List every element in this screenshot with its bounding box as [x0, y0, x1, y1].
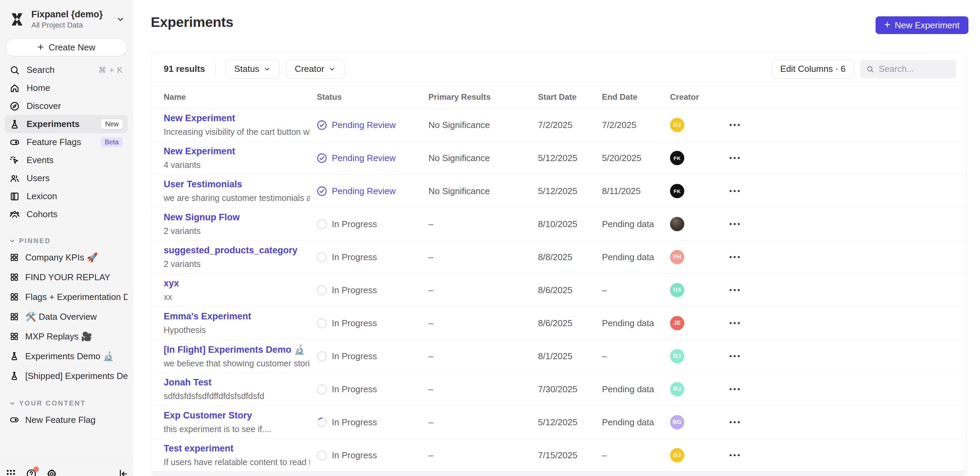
sidebar-item-new-feature-flag[interactable]: New Feature Flag: [0, 410, 132, 430]
sidebar-item-home[interactable]: Home: [5, 79, 127, 97]
fixpanel-logo-icon: [9, 11, 25, 27]
experiment-name-link[interactable]: New Signup Flow: [164, 212, 310, 223]
experiment-name-link[interactable]: New Experiment: [164, 146, 310, 157]
table-row[interactable]: xyxxxIn Progress–8/6/2025–OS: [151, 274, 966, 307]
kebab-dot: [738, 388, 740, 390]
experiment-name-link[interactable]: User Testimonials: [164, 179, 310, 190]
avatar[interactable]: FK: [670, 151, 684, 165]
sidebar-item-flags-experimentation-demo[interactable]: Flags + Experimentation Demo: [0, 287, 132, 307]
badge-new: New: [101, 119, 123, 129]
sidebar-item-label: [Shipped] Experiments Demo 🖊: [25, 371, 127, 381]
sidebar-item-find-your-replay[interactable]: FIND YOUR REPLAY: [0, 267, 132, 287]
avatar[interactable]: OS: [670, 283, 684, 297]
sidebar-item-events[interactable]: Events: [5, 151, 127, 169]
sidebar-item-company-kpis-[interactable]: Company KPIs 🚀: [0, 248, 132, 267]
search-input[interactable]: [878, 64, 950, 74]
kebab-dot: [738, 157, 740, 159]
avatar[interactable]: BG: [670, 415, 684, 430]
edit-columns-button[interactable]: Edit Columns · 6: [772, 59, 854, 79]
experiment-name-link[interactable]: [In Flight] Experiments Demo 🔬: [164, 344, 310, 355]
sidebar-item-cohorts[interactable]: Cohorts: [5, 205, 127, 224]
sidebar-item-experiments[interactable]: ExperimentsNew: [5, 115, 127, 133]
experiment-name-link[interactable]: Emma's Experiment: [164, 311, 310, 322]
avatar[interactable]: FK: [670, 184, 684, 198]
avatar[interactable]: RJ: [670, 349, 684, 363]
flask-icon: [10, 371, 19, 381]
avatar[interactable]: JE: [670, 316, 684, 330]
sidebar-item-users[interactable]: Users: [5, 169, 127, 187]
status-filter-button[interactable]: Status: [226, 59, 279, 79]
sidebar-item-discover[interactable]: Discover: [5, 97, 127, 115]
table-row[interactable]: Jonah TestsdfdsfdsfsdfdffdfdsfsdfdsfdIn …: [151, 373, 966, 406]
sidebar-item-mxp-replays-[interactable]: MXP Replays 🎥: [0, 326, 132, 346]
end-date: Pending data: [602, 384, 654, 395]
kebab-dot: [730, 289, 732, 291]
avatar[interactable]: DJ: [670, 448, 684, 462]
experiment-name-link[interactable]: xyx: [164, 278, 310, 289]
section-header-your-content[interactable]: YOUR CONTENT: [9, 399, 132, 407]
search-icon: [10, 65, 20, 75]
settings-button[interactable]: [46, 468, 57, 476]
sidebar-item-lexicon[interactable]: Lexicon: [5, 187, 127, 205]
table-row[interactable]: New Experiment4 variantsPending ReviewNo…: [151, 142, 966, 175]
row-menu-button[interactable]: [726, 418, 743, 426]
row-menu-button[interactable]: [726, 220, 743, 228]
help-button[interactable]: [26, 468, 37, 476]
experiment-name-link[interactable]: suggested_products_category: [164, 245, 310, 256]
avatar[interactable]: RJ: [670, 382, 684, 396]
row-menu-button[interactable]: [726, 385, 743, 394]
sidebar-item-feature-flags[interactable]: Feature FlagsBeta: [5, 133, 127, 151]
row-menu-button[interactable]: [726, 153, 743, 163]
discover-icon: [10, 101, 20, 111]
row-menu-button[interactable]: [726, 121, 743, 129]
kebab-dot: [738, 256, 740, 258]
experiment-name-link[interactable]: Exp Customer Story: [164, 410, 310, 421]
primary-results: No Significance: [428, 186, 490, 196]
primary-results: –: [428, 351, 433, 362]
row-menu-button[interactable]: [726, 252, 743, 262]
experiment-description: sdfdsfdsfsdfdffdfdsfsdfdsfd: [164, 391, 310, 401]
sidebar-item-label: Search: [27, 65, 92, 75]
sidebar-item-search[interactable]: Search⌘ + K: [5, 61, 127, 79]
column-header-primary-results[interactable]: Primary Results: [428, 92, 491, 102]
column-header-start-date[interactable]: Start Date: [538, 92, 576, 102]
table-row[interactable]: [In Flight] Experiments Demo 🔬we believe…: [151, 340, 966, 373]
experiment-name-link[interactable]: Test experiment: [164, 443, 310, 454]
column-header-name[interactable]: Name: [164, 92, 186, 102]
row-menu-button[interactable]: [726, 352, 743, 361]
apps-grid-button[interactable]: [5, 468, 16, 476]
new-experiment-button[interactable]: + New Experiment: [875, 16, 969, 34]
experiment-name-link[interactable]: Jonah Test: [164, 377, 310, 388]
row-menu-button[interactable]: [726, 286, 743, 294]
avatar[interactable]: DJ: [670, 118, 684, 132]
section-header-pinned[interactable]: PINNED: [9, 237, 132, 245]
avatar[interactable]: PH: [670, 250, 684, 264]
sidebar-item--shipped-experiments-demo-[interactable]: [Shipped] Experiments Demo 🖊: [0, 366, 132, 386]
creator-filter-button[interactable]: Creator: [286, 59, 344, 79]
status-cell: Pending Review: [317, 120, 396, 130]
table-row[interactable]: Emma's ExperimentHypothesisIn Progress–8…: [151, 307, 966, 340]
sidebar-item-experiments-demo-[interactable]: Experiments Demo 🔬: [0, 346, 132, 366]
table-row[interactable]: Exp Customer Storythis experiment is to …: [151, 406, 966, 439]
experiment-name-link[interactable]: New Experiment: [164, 113, 310, 124]
empty-circle-icon: [317, 252, 327, 262]
collapse-sidebar-button[interactable]: [118, 468, 129, 476]
status-label: In Progress: [332, 384, 377, 395]
create-new-button[interactable]: + Create New: [5, 38, 127, 56]
plus-icon: +: [885, 18, 891, 31]
row-menu-button[interactable]: [726, 187, 743, 195]
row-menu-button[interactable]: [726, 451, 743, 460]
sidebar-item--data-overview[interactable]: 🛠️ Data Overview: [0, 307, 132, 326]
table-row[interactable]: Test experimentIf users have relatable c…: [151, 439, 966, 472]
row-menu-button[interactable]: [726, 319, 743, 327]
workspace-switcher[interactable]: Fixpanel {demo} All Project Data: [0, 0, 132, 36]
table-row[interactable]: suggested_products_category2 variantsIn …: [151, 241, 966, 274]
table-row[interactable]: New Signup Flow2 variantsIn Progress–8/1…: [151, 208, 966, 241]
table-row[interactable]: User Testimonialswe are sharing customer…: [151, 175, 966, 208]
column-header-status[interactable]: Status: [317, 92, 342, 102]
chevron-down-icon: [328, 65, 336, 73]
table-row[interactable]: New ExperimentIncreasing visibility of t…: [151, 109, 966, 142]
column-header-end-date[interactable]: End Date: [602, 92, 637, 102]
column-header-creator[interactable]: Creator: [670, 92, 699, 102]
avatar[interactable]: [670, 217, 684, 231]
